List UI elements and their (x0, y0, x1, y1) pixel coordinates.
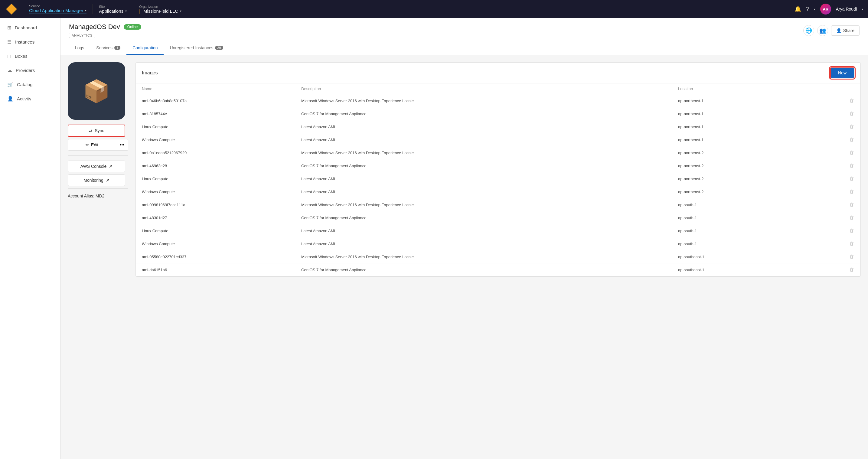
aws-console-button[interactable]: AWS Console ↗ (68, 160, 125, 172)
sidebar-label-instances: Instances (15, 39, 34, 44)
cell-description: Microsoft Windows Server 2016 with Deskt… (295, 198, 672, 211)
nav-org: Organization | MissionField LLC ▾ (133, 5, 187, 13)
cell-location: ap-south-1 (672, 237, 802, 250)
sidebar-label-catalog: Catalog (17, 82, 33, 87)
sidebar-item-boxes[interactable]: ◻ Boxes (0, 49, 60, 63)
delete-icon[interactable]: 🗑 (849, 254, 855, 259)
globe-icon[interactable]: 🌐 (803, 25, 814, 36)
tab-unregistered[interactable]: Unregistered Instances 39 (164, 42, 229, 55)
page-header: ManagedOS Dev Online ANALYTICS 🌐 👥 👤 Sha… (61, 18, 868, 55)
site-label: Site (99, 5, 127, 8)
top-nav: Service Cloud Application Manager ▾ Site… (0, 0, 868, 18)
content-area: 📦 ⇄ Sync ✏ Edit ••• AWS Console ↗ (61, 55, 868, 284)
sidebar-item-providers[interactable]: ☁ Providers (0, 63, 60, 78)
cell-name: Windows Compute (136, 237, 295, 250)
delete-icon[interactable]: 🗑 (849, 189, 855, 194)
nav-service: Service Cloud Application Manager ▾ (23, 4, 93, 14)
delete-icon[interactable]: 🗑 (849, 176, 855, 181)
sidebar-item-catalog[interactable]: 🛒 Catalog (0, 78, 60, 92)
table-row: Windows Compute Latest Amazon AMI ap-sou… (136, 237, 861, 250)
cell-action: 🗑 (802, 198, 861, 211)
catalog-icon: 🛒 (7, 82, 13, 87)
delete-icon[interactable]: 🗑 (849, 124, 855, 129)
delete-icon[interactable]: 🗑 (849, 150, 855, 155)
cell-location: ap-northeast-2 (672, 172, 802, 185)
table-row: ami-05580e922701cd337 Microsoft Windows … (136, 250, 861, 263)
page-title: ManagedOS Dev (69, 23, 120, 31)
delete-icon[interactable]: 🗑 (849, 111, 855, 116)
cell-description: Microsoft Windows Server 2016 with Deskt… (295, 250, 672, 263)
cell-action: 🗑 (802, 172, 861, 185)
delete-icon[interactable]: 🗑 (849, 163, 855, 168)
sidebar-item-dashboard[interactable]: ⊞ Dashboard (0, 21, 60, 35)
avatar[interactable]: AR (820, 4, 831, 14)
cell-description: CentOS 7 for Management Appliance (295, 159, 672, 172)
more-button[interactable]: ••• (116, 139, 128, 151)
delete-icon[interactable]: 🗑 (849, 228, 855, 233)
tab-services[interactable]: Services 1 (90, 42, 126, 55)
help-dropdown-arrow[interactable]: ▾ (814, 7, 815, 11)
tab-configuration[interactable]: Configuration (126, 42, 164, 55)
user-dropdown-arrow[interactable]: ▾ (862, 7, 863, 11)
boxes-icon: ◻ (7, 53, 11, 59)
logo-diamond (6, 4, 17, 14)
cell-name: Linux Compute (136, 120, 295, 133)
users-icon[interactable]: 👥 (817, 25, 828, 36)
cell-description: CentOS 7 for Management Appliance (295, 108, 672, 120)
service-name[interactable]: Cloud Application Manager ▾ (29, 8, 87, 14)
delete-icon[interactable]: 🗑 (849, 202, 855, 207)
cell-action: 🗑 (802, 185, 861, 198)
delete-icon[interactable]: 🗑 (849, 98, 855, 103)
cell-name: ami-da6151a6 (136, 263, 295, 276)
table-row: ami-0a1eaaa5212967929 Microsoft Windows … (136, 146, 861, 159)
images-header: Images New (136, 63, 861, 84)
new-button[interactable]: New (830, 67, 855, 78)
bell-icon[interactable]: 🔔 (795, 6, 801, 12)
share-button[interactable]: 👤 Share (831, 25, 860, 36)
delete-icon[interactable]: 🗑 (849, 137, 855, 142)
table-row: ami-46963e28 CentOS 7 for Management App… (136, 159, 861, 172)
images-title: Images (142, 70, 158, 75)
status-badge: Online (124, 24, 142, 30)
delete-icon[interactable]: 🗑 (849, 267, 855, 272)
cell-location: ap-south-1 (672, 198, 802, 211)
site-dropdown-arrow[interactable]: ▾ (125, 9, 127, 13)
delete-icon[interactable]: 🗑 (849, 241, 855, 246)
header-actions: 🌐 👥 👤 Share (803, 25, 860, 36)
edit-button[interactable]: ✏ Edit (68, 139, 116, 151)
divider (68, 155, 128, 156)
tab-logs[interactable]: Logs (69, 42, 90, 55)
col-header-name: Name (136, 84, 295, 94)
sync-button[interactable]: ⇄ Sync (68, 125, 125, 137)
cell-description: Microsoft Windows Server 2016 with Deskt… (295, 94, 672, 108)
cell-location: ap-south-1 (672, 224, 802, 237)
cell-description: Latest Amazon AMI (295, 120, 672, 133)
monitoring-button[interactable]: Monitoring ↗ (68, 175, 125, 186)
service-dropdown-arrow[interactable]: ▾ (85, 9, 87, 12)
images-table: Name Description Location ami-046b6a3ab8… (136, 84, 861, 276)
org-dropdown-arrow[interactable]: ▾ (180, 9, 182, 13)
sidebar-item-activity[interactable]: 👤 Activity (0, 92, 60, 106)
instances-icon: ☰ (7, 39, 11, 45)
cell-name: ami-05580e922701cd337 (136, 250, 295, 263)
sidebar-label-activity: Activity (17, 96, 31, 101)
col-header-location: Location (672, 84, 802, 94)
cell-action: 🗑 (802, 94, 861, 108)
sidebar: ⊞ Dashboard ☰ Instances ◻ Boxes ☁ Provid… (0, 18, 61, 459)
org-name[interactable]: | MissionField LLC ▾ (139, 8, 182, 13)
page-header-top: ManagedOS Dev Online ANALYTICS 🌐 👥 👤 Sha… (69, 23, 860, 38)
sidebar-item-instances[interactable]: ☰ Instances (0, 35, 60, 49)
cell-name: ami-046b6a3ab8a53107a (136, 94, 295, 108)
cell-action: 🗑 (802, 250, 861, 263)
nav-logo (5, 2, 18, 16)
cell-description: Latest Amazon AMI (295, 224, 672, 237)
account-alias: Account Alias: MD2 (68, 193, 128, 198)
cell-name: Windows Compute (136, 185, 295, 198)
sidebar-label-boxes: Boxes (15, 54, 28, 59)
sidebar-label-dashboard: Dashboard (15, 25, 37, 30)
site-name[interactable]: Applications ▾ (99, 8, 127, 13)
help-icon[interactable]: ? (806, 6, 809, 12)
analytics-badge: ANALYTICS (69, 33, 95, 38)
cell-description: Microsoft Windows Server 2016 with Deskt… (295, 146, 672, 159)
delete-icon[interactable]: 🗑 (849, 215, 855, 220)
